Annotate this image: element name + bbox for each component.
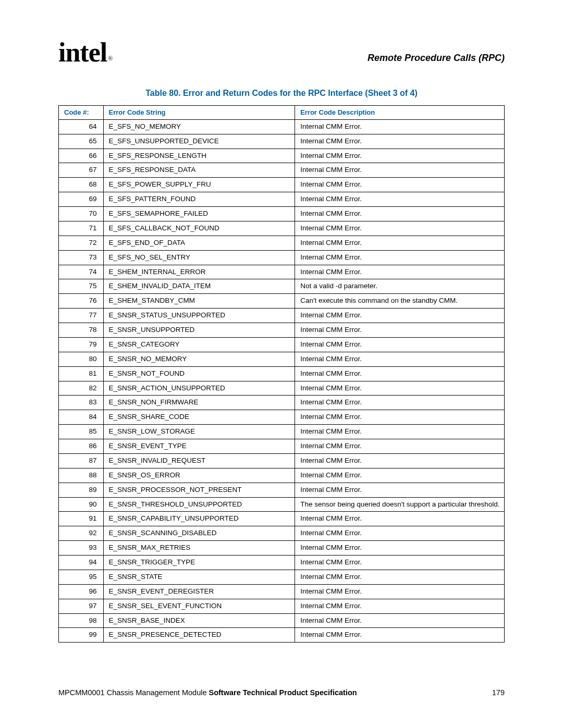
cell-desc: Internal CMM Error. (295, 425, 505, 439)
table-row: 84E_SNSR_SHARE_CODEInternal CMM Error. (59, 410, 505, 425)
footer-doc-title: MPCMM0001 Chassis Management Module Soft… (58, 688, 357, 697)
error-codes-table: Code #: Error Code String Error Code Des… (58, 105, 505, 643)
table-row: 77E_SNSR_STATUS_UNSUPPORTEDInternal CMM … (59, 309, 505, 323)
cell-string: E_SHEM_INVALID_DATA_ITEM (103, 279, 295, 294)
cell-string: E_SFS_RESPONSE_LENGTH (103, 149, 295, 163)
cell-code: 65 (59, 134, 104, 149)
cell-code: 66 (59, 149, 104, 163)
cell-desc: Internal CMM Error. (295, 410, 505, 425)
table-row: 90E_SNSR_THRESHOLD_UNSUPPORTEDThe sensor… (59, 497, 505, 512)
cell-string: E_SNSR_EVENT_TYPE (103, 439, 295, 454)
cell-string: E_SNSR_ACTION_UNSUPPORTED (103, 381, 295, 396)
cell-desc: Internal CMM Error. (295, 541, 505, 556)
table-row: 68E_SFS_POWER_SUPPLY_FRUInternal CMM Err… (59, 178, 505, 192)
cell-desc: Internal CMM Error. (295, 178, 505, 192)
cell-string: E_SNSR_STATE (103, 570, 295, 584)
cell-code: 86 (59, 439, 104, 454)
table-row: 93E_SNSR_MAX_RETRIESInternal CMM Error. (59, 541, 505, 556)
table-row: 89E_SNSR_PROCESSOR_NOT_PRESENTInternal C… (59, 483, 505, 497)
cell-desc: Internal CMM Error. (295, 584, 505, 599)
page-footer: MPCMM0001 Chassis Management Module Soft… (58, 688, 505, 697)
table-row: 88E_SNSR_OS_ERRORInternal CMM Error. (59, 468, 505, 483)
cell-desc: Internal CMM Error. (295, 613, 505, 628)
cell-code: 72 (59, 236, 104, 250)
cell-code: 94 (59, 556, 104, 570)
cell-string: E_SNSR_SCANNING_DISABLED (103, 526, 295, 541)
footer-bold: Software Technical Product Specification (209, 688, 357, 697)
table-row: 94E_SNSR_TRIGGER_TYPEInternal CMM Error. (59, 556, 505, 570)
cell-string: E_SHEM_STANDBY_CMM (103, 294, 295, 309)
header-string: Error Code String (103, 105, 295, 119)
cell-desc: Internal CMM Error. (295, 163, 505, 178)
cell-string: E_SFS_NO_MEMORY (103, 119, 295, 134)
cell-desc: The sensor being queried doesn't support… (295, 497, 505, 512)
cell-desc: Internal CMM Error. (295, 483, 505, 497)
page-number: 179 (492, 688, 505, 697)
cell-string: E_SFS_NO_SEL_ENTRY (103, 250, 295, 265)
cell-desc: Internal CMM Error. (295, 265, 505, 279)
cell-code: 96 (59, 584, 104, 599)
table-row: 74E_SHEM_INTERNAL_ERRORInternal CMM Erro… (59, 265, 505, 279)
table-row: 96E_SNSR_EVENT_DEREGISTERInternal CMM Er… (59, 584, 505, 599)
table-header-row: Code #: Error Code String Error Code Des… (59, 105, 505, 119)
cell-string: E_SNSR_PRESENCE_DETECTED (103, 628, 295, 643)
cell-code: 84 (59, 410, 104, 425)
table-row: 81E_SNSR_NOT_FOUNDInternal CMM Error. (59, 366, 505, 381)
table-row: 87E_SNSR_INVALID_REQUESTInternal CMM Err… (59, 453, 505, 468)
cell-desc: Internal CMM Error. (295, 323, 505, 338)
table-row: 73E_SFS_NO_SEL_ENTRYInternal CMM Error. (59, 250, 505, 265)
cell-string: E_SNSR_PROCESSOR_NOT_PRESENT (103, 483, 295, 497)
cell-code: 76 (59, 294, 104, 309)
table-row: 86E_SNSR_EVENT_TYPEInternal CMM Error. (59, 439, 505, 454)
cell-string: E_SNSR_TRIGGER_TYPE (103, 556, 295, 570)
cell-desc: Internal CMM Error. (295, 628, 505, 643)
cell-desc: Internal CMM Error. (295, 381, 505, 396)
cell-desc: Internal CMM Error. (295, 250, 505, 265)
table-row: 70E_SFS_SEMAPHORE_FAILEDInternal CMM Err… (59, 207, 505, 221)
cell-code: 85 (59, 425, 104, 439)
table-row: 69E_SFS_PATTERN_FOUNDInternal CMM Error. (59, 192, 505, 207)
cell-desc: Internal CMM Error. (295, 453, 505, 468)
table-row: 91E_SNSR_CAPABILITY_UNSUPPORTEDInternal … (59, 512, 505, 526)
cell-code: 71 (59, 221, 104, 236)
table-row: 64E_SFS_NO_MEMORYInternal CMM Error. (59, 119, 505, 134)
cell-code: 80 (59, 352, 104, 366)
cell-string: E_SNSR_OS_ERROR (103, 468, 295, 483)
cell-desc: Internal CMM Error. (295, 207, 505, 221)
cell-string: E_SNSR_CATEGORY (103, 337, 295, 352)
cell-desc: Internal CMM Error. (295, 512, 505, 526)
logo-text: intel (58, 38, 107, 67)
cell-code: 82 (59, 381, 104, 396)
cell-code: 97 (59, 599, 104, 613)
cell-code: 92 (59, 526, 104, 541)
cell-desc: Internal CMM Error. (295, 570, 505, 584)
cell-code: 95 (59, 570, 104, 584)
cell-code: 91 (59, 512, 104, 526)
cell-string: E_SFS_SEMAPHORE_FAILED (103, 207, 295, 221)
cell-string: E_SNSR_CAPABILITY_UNSUPPORTED (103, 512, 295, 526)
cell-string: E_SNSR_LOW_STORAGE (103, 425, 295, 439)
cell-desc: Internal CMM Error. (295, 119, 505, 134)
intel-logo: intel® (58, 42, 111, 64)
table-row: 99E_SNSR_PRESENCE_DETECTEDInternal CMM E… (59, 628, 505, 643)
cell-code: 69 (59, 192, 104, 207)
cell-code: 81 (59, 366, 104, 381)
table-row: 82E_SNSR_ACTION_UNSUPPORTEDInternal CMM … (59, 381, 505, 396)
cell-string: E_SNSR_INVALID_REQUEST (103, 453, 295, 468)
table-body: 64E_SFS_NO_MEMORYInternal CMM Error.65E_… (59, 119, 505, 643)
cell-code: 68 (59, 178, 104, 192)
cell-string: E_SNSR_THRESHOLD_UNSUPPORTED (103, 497, 295, 512)
cell-code: 93 (59, 541, 104, 556)
cell-string: E_SNSR_NOT_FOUND (103, 366, 295, 381)
cell-code: 78 (59, 323, 104, 338)
cell-code: 75 (59, 279, 104, 294)
cell-code: 89 (59, 483, 104, 497)
cell-code: 90 (59, 497, 104, 512)
cell-code: 83 (59, 396, 104, 410)
table-row: 72E_SFS_END_OF_DATAInternal CMM Error. (59, 236, 505, 250)
table-caption: Table 80. Error and Return Codes for the… (58, 89, 505, 98)
cell-string: E_SFS_RESPONSE_DATA (103, 163, 295, 178)
table-row: 95E_SNSR_STATEInternal CMM Error. (59, 570, 505, 584)
table-row: 85E_SNSR_LOW_STORAGEInternal CMM Error. (59, 425, 505, 439)
table-row: 76E_SHEM_STANDBY_CMMCan't execute this c… (59, 294, 505, 309)
